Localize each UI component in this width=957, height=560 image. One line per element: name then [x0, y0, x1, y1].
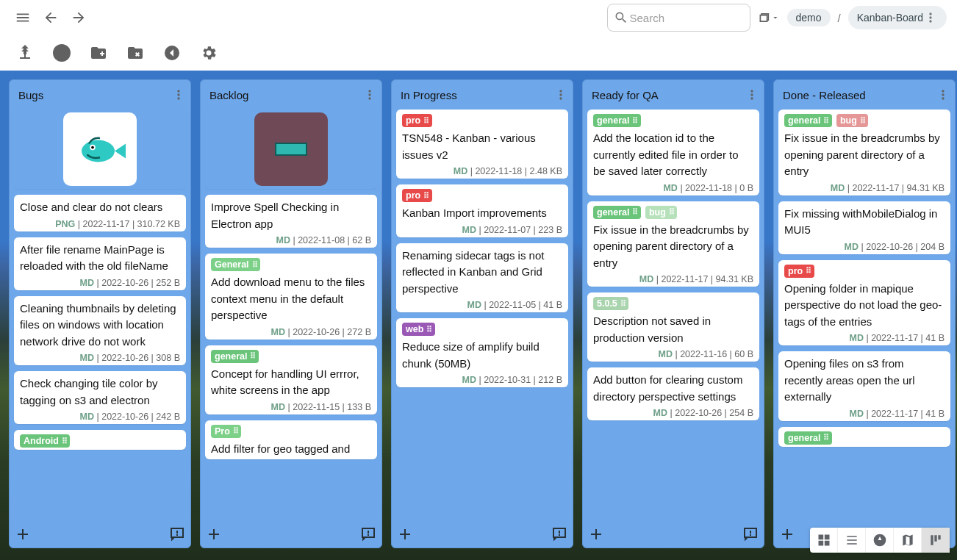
card-meta: MD | 2022-11-17 | 94.31 KB: [593, 274, 753, 284]
kanban-card[interactable]: general⠿ bug⠿ Fix issue in the breadcrum…: [587, 201, 759, 287]
column-alert-icon[interactable]: [359, 525, 377, 543]
card-tag[interactable]: Pro⠿: [211, 425, 241, 438]
tag-drag-handle[interactable]: ⠿: [860, 117, 865, 125]
add-card-button[interactable]: [205, 525, 223, 543]
card-tag[interactable]: 5.0.5⠿: [593, 297, 628, 310]
card-tag[interactable]: pro⠿: [784, 265, 814, 278]
card-tag[interactable]: bug⠿: [645, 206, 677, 219]
kanban-column[interactable]: Backlog Improve Spell Checking in Electr…: [200, 79, 382, 548]
thumbnail-card[interactable]: [14, 110, 186, 189]
tag-drag-handle[interactable]: ⠿: [423, 192, 429, 200]
column-menu-icon[interactable]: [745, 87, 759, 102]
kanban-card[interactable]: general⠿ Add the location id to the curr…: [587, 110, 759, 195]
upload-button[interactable]: [10, 38, 40, 68]
delete-folder-button[interactable]: [121, 38, 150, 68]
kanban-card[interactable]: Android⠿: [14, 430, 186, 450]
kanban-card[interactable]: Improve Spell Checking in Electron app M…: [205, 195, 377, 248]
tag-drag-handle[interactable]: ⠿: [426, 326, 431, 334]
perspective-kanban[interactable]: [922, 528, 950, 553]
kanban-column[interactable]: In Progress pro⠿ TSN548 - Kanban - vario…: [391, 79, 573, 548]
kanban-card[interactable]: Add button for clearing custom directory…: [587, 367, 759, 420]
tag-drag-handle[interactable]: ⠿: [252, 261, 257, 269]
perspective-switcher[interactable]: [810, 528, 950, 553]
column-menu-icon[interactable]: [362, 87, 377, 102]
kanban-card[interactable]: General⠿ Add download menu to the files …: [205, 254, 377, 340]
add-card-button[interactable]: [14, 525, 32, 543]
nav-forward[interactable]: [66, 5, 91, 30]
add-card-button[interactable]: [778, 525, 796, 543]
kanban-card[interactable]: pro⠿ Kanban Import improvements MD | 202…: [396, 184, 568, 237]
kanban-card[interactable]: Opening files on s3 from recently areas …: [778, 351, 950, 421]
tag-drag-handle[interactable]: ⠿: [423, 117, 429, 125]
tag-drag-handle[interactable]: ⠿: [62, 437, 67, 445]
perspective-lens[interactable]: [866, 528, 894, 553]
perspective-map[interactable]: [894, 528, 922, 553]
card-tag[interactable]: general⠿: [784, 431, 832, 445]
kanban-card[interactable]: Fix missing withMobileDialog in MUI5 MD …: [778, 201, 950, 254]
kanban-card[interactable]: Renaming sidecar tags is not reflected i…: [396, 243, 568, 313]
import-board-button[interactable]: [157, 38, 187, 68]
card-tag[interactable]: pro⠿: [402, 114, 432, 127]
card-tag[interactable]: general⠿: [593, 206, 641, 219]
card-title: Fix issue in the breadcrumbs by opening …: [784, 130, 945, 180]
kanban-card[interactable]: pro⠿ TSN548 - Kanban - various issues v2…: [396, 110, 568, 179]
tag-drag-handle[interactable]: ⠿: [632, 117, 637, 125]
column-alert-icon[interactable]: [742, 525, 759, 543]
kanban-board[interactable]: Bugs Close and clear do not clears PNG |…: [0, 71, 957, 560]
card-tag[interactable]: general⠿: [593, 114, 641, 127]
column-menu-icon[interactable]: [936, 87, 950, 102]
kanban-card[interactable]: Check changing tile color by tagging on …: [14, 371, 186, 424]
thumbnail-card[interactable]: [205, 110, 377, 189]
kanban-card[interactable]: Cleaning thumbnails by deleting files on…: [14, 296, 186, 366]
card-tag[interactable]: General⠿: [211, 258, 260, 271]
card-tag[interactable]: general⠿: [784, 114, 832, 127]
column-alert-icon[interactable]: [551, 525, 568, 543]
tag-drag-handle[interactable]: ⠿: [620, 300, 626, 308]
kanban-column[interactable]: Ready for QA general⠿ Add the location i…: [582, 79, 764, 548]
kanban-column[interactable]: Done - Released general⠿ bug⠿ Fix issue …: [773, 79, 956, 548]
add-card-button[interactable]: [396, 525, 414, 543]
card-tag[interactable]: general⠿: [211, 350, 259, 363]
kanban-card[interactable]: general⠿ bug⠿ Fix issue in the breadcrum…: [778, 110, 950, 195]
card-tag[interactable]: Android⠿: [20, 434, 70, 448]
tag-drag-handle[interactable]: ⠿: [632, 208, 637, 216]
info-button[interactable]: i: [47, 38, 76, 68]
card-title: TSN548 - Kanban - various issues v2: [402, 130, 562, 163]
breadcrumb-workspace[interactable]: demo: [787, 9, 831, 26]
tag-drag-handle[interactable]: ⠿: [823, 434, 828, 442]
card-tag[interactable]: web⠿: [402, 323, 435, 336]
breadcrumb-more-icon[interactable]: [923, 9, 938, 26]
search-box[interactable]: [607, 4, 750, 32]
perspective-list[interactable]: [838, 528, 866, 553]
kanban-card[interactable]: After file rename MainPage is reloaded w…: [14, 237, 186, 290]
card-tag[interactable]: pro⠿: [402, 189, 432, 202]
kanban-column[interactable]: Bugs Close and clear do not clears PNG |…: [9, 79, 191, 548]
tag-drag-handle[interactable]: ⠿: [233, 427, 238, 435]
workspace-picker[interactable]: [753, 5, 784, 30]
kanban-card[interactable]: 5.0.5⠿ Description not saved in producti…: [587, 292, 759, 362]
breadcrumb-current[interactable]: Kanban-Board: [848, 6, 947, 29]
perspective-grid[interactable]: [810, 528, 838, 553]
tag-drag-handle[interactable]: ⠿: [823, 117, 828, 125]
menu-toggle[interactable]: [10, 5, 35, 30]
kanban-card[interactable]: general⠿ Concept for handling UI errror,…: [205, 345, 377, 414]
card-tag[interactable]: bug⠿: [836, 114, 868, 127]
kanban-card[interactable]: general⠿: [778, 427, 950, 447]
add-card-button[interactable]: [587, 525, 605, 543]
kanban-card[interactable]: Close and clear do not clears PNG | 2022…: [14, 195, 186, 231]
nav-back[interactable]: [38, 5, 63, 30]
tag-drag-handle[interactable]: ⠿: [250, 352, 255, 360]
new-folder-button[interactable]: [84, 38, 113, 68]
column-menu-icon[interactable]: [171, 87, 186, 102]
card-title: Add the location id to the currently edi…: [593, 130, 753, 180]
kanban-card[interactable]: pro⠿ Opening folder in mapique perspecti…: [778, 260, 950, 346]
kanban-card[interactable]: web⠿ Reduce size of amplify build chunk …: [396, 318, 568, 387]
card-meta: MD | 2022-10-31 | 212 B: [402, 375, 562, 385]
column-menu-icon[interactable]: [553, 87, 568, 102]
kanban-card[interactable]: Pro⠿ Add filter for geo tagged and: [205, 420, 377, 460]
settings-button[interactable]: [194, 38, 223, 68]
search-input[interactable]: [628, 11, 771, 25]
tag-drag-handle[interactable]: ⠿: [806, 267, 811, 275]
column-alert-icon[interactable]: [168, 525, 186, 543]
tag-drag-handle[interactable]: ⠿: [669, 208, 674, 216]
